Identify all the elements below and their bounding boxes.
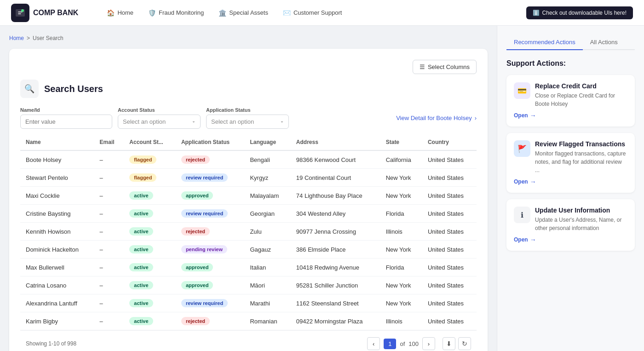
cell-address-8: 1162 Steensland Street xyxy=(291,294,380,312)
account-status-badge-0: flagged xyxy=(129,155,156,164)
nav-support-label: Customer Support xyxy=(293,9,342,16)
logo-text: COMP BANK xyxy=(33,9,78,17)
col-app-status: Application Status xyxy=(176,134,245,150)
filter-account-group: Account Status Select an option xyxy=(118,107,201,129)
filter-app-select[interactable]: Select an option xyxy=(206,115,289,129)
cell-language-6: Italian xyxy=(244,259,290,276)
table-row[interactable]: Alexandrina Lantuff – active review requ… xyxy=(20,294,477,312)
breadcrumb-home[interactable]: Home xyxy=(9,35,24,41)
table-row[interactable]: Maxi Cocklie – active approved Malayalam… xyxy=(20,187,477,205)
pagination-prev-button[interactable]: ‹ xyxy=(367,337,380,350)
top-nav: COMP BANK 🏠 Home 🛡️ Fraud Monitoring 🏛️ … xyxy=(0,0,644,26)
logo: COMP BANK xyxy=(11,4,78,22)
alert-button[interactable]: ℹ️ Check out downloadable UIs here! xyxy=(526,6,633,19)
table-row[interactable]: Dominick Hackelton – active pending revi… xyxy=(20,241,477,259)
cell-country-1: United States xyxy=(422,169,477,187)
breadcrumb-current: User Search xyxy=(33,35,63,41)
app-status-badge-4: rejected xyxy=(181,227,210,236)
open-label-3: Open xyxy=(514,236,528,243)
arrow-right-icon-3: → xyxy=(530,236,536,243)
columns-icon: ☰ xyxy=(420,63,425,70)
download-button[interactable]: ⬇ xyxy=(443,337,455,350)
sidebar-tabs: Recommended Actions All Actions xyxy=(506,35,635,50)
table-row[interactable]: Stewart Pentelo – flagged review require… xyxy=(20,169,477,187)
table-row[interactable]: Max Bullerwell – active approved Italian… xyxy=(20,259,477,276)
cell-state-6: Florida xyxy=(380,259,422,276)
cell-app-status-5: pending review xyxy=(176,241,245,259)
table-header-row: Name Email Account St... Application Sta… xyxy=(20,134,477,150)
action-card-replace-credit-card: 💳 Replace Credit Card Close or Replace C… xyxy=(506,75,635,127)
cell-app-status-6: approved xyxy=(176,259,245,276)
action-card-header-2: 🚩 Review Flagged Transactions Monitor fl… xyxy=(514,140,627,174)
action-open-2-button[interactable]: Open → xyxy=(514,178,627,185)
select-columns-button[interactable]: ☰ Select Columns xyxy=(413,60,477,74)
table-row[interactable]: Cristine Baysting – active review requir… xyxy=(20,205,477,223)
account-status-badge-3: active xyxy=(129,209,153,218)
sidebar-tab-recommended[interactable]: Recommended Actions xyxy=(506,35,583,50)
assets-icon: 🏛️ xyxy=(218,9,226,17)
nav-customer-support[interactable]: ✉️ Customer Support xyxy=(276,6,349,20)
col-country: Country xyxy=(422,134,477,150)
table-row[interactable]: Kennith Howison – active rejected Zulu 9… xyxy=(20,223,477,241)
nav-fraud-label: Fraud Monitoring xyxy=(159,9,204,16)
action-card-review-flagged: 🚩 Review Flagged Transactions Monitor fl… xyxy=(506,133,635,193)
nav-links: 🏠 Home 🛡️ Fraud Monitoring 🏛️ Special As… xyxy=(100,6,348,20)
search-icon-box: 🔍 xyxy=(20,80,39,98)
support-icon: ✉️ xyxy=(283,9,291,17)
top-controls: ☰ Select Columns xyxy=(20,60,477,74)
filter-account-select[interactable]: Select an option xyxy=(118,115,201,129)
table-row[interactable]: Karim Bigby – active rejected Romanian 0… xyxy=(20,312,477,330)
sidebar-tab-all[interactable]: All Actions xyxy=(583,35,625,50)
cell-account-status-4: active xyxy=(124,223,176,241)
svg-point-1 xyxy=(21,9,24,12)
cell-app-status-8: review required xyxy=(176,294,245,312)
pagination-next-button[interactable]: › xyxy=(422,337,435,350)
action-open-1-button[interactable]: Open → xyxy=(514,112,627,119)
table-row[interactable]: Boote Holsey – flagged rejected Bengali … xyxy=(20,150,477,169)
cell-language-2: Malayalam xyxy=(244,187,290,205)
action-card-desc-2: Monitor flagged transactions, capture no… xyxy=(535,150,627,174)
cell-address-4: 90977 Jenna Crossing xyxy=(291,223,380,241)
cell-state-8: New York xyxy=(380,294,422,312)
account-status-badge-7: active xyxy=(129,281,153,289)
search-magnifier-icon: 🔍 xyxy=(24,84,34,94)
action-card-header-1: 💳 Replace Credit Card Close or Replace C… xyxy=(514,82,627,108)
col-account-status: Account St... xyxy=(124,134,176,150)
view-detail-button[interactable]: View Detail for Boote Holsey › xyxy=(396,115,477,121)
credit-card-icon: 💳 xyxy=(514,82,530,99)
cell-account-status-5: active xyxy=(124,241,176,259)
cell-account-status-3: active xyxy=(124,205,176,223)
search-title: Search Users xyxy=(44,84,103,94)
nav-home[interactable]: 🏠 Home xyxy=(100,6,140,20)
app-status-badge-6: approved xyxy=(181,263,213,271)
logo-mark xyxy=(11,4,29,22)
nav-fraud-monitoring[interactable]: 🛡️ Fraud Monitoring xyxy=(142,6,210,20)
breadcrumb-sep: > xyxy=(27,35,30,41)
main-layout: Home > User Search ☰ Select Columns 🔍 Se… xyxy=(0,26,644,351)
cell-email-5: – xyxy=(94,241,124,259)
cell-app-status-2: approved xyxy=(176,187,245,205)
action-card-title-2: Review Flagged Transactions xyxy=(535,140,627,148)
cell-name-4: Kennith Howison xyxy=(20,223,94,241)
cell-country-7: United States xyxy=(422,276,477,294)
nav-assets-label: Special Assets xyxy=(229,9,268,16)
nav-home-label: Home xyxy=(117,9,133,16)
refresh-button[interactable]: ↻ xyxy=(458,337,471,350)
filters-row: Name/Id Account Status Select an option … xyxy=(20,107,477,129)
filter-name-input[interactable] xyxy=(20,115,112,129)
action-card-content-1: Replace Credit Card Close or Replace Cre… xyxy=(535,82,627,108)
info-icon: ℹ xyxy=(514,207,530,223)
cell-address-3: 304 Westend Alley xyxy=(291,205,380,223)
cell-address-5: 386 Elmside Place xyxy=(291,241,380,259)
filter-name-group: Name/Id xyxy=(20,107,112,129)
action-open-3-button[interactable]: Open → xyxy=(514,236,627,243)
table-row[interactable]: Catrina Losano – active approved Māori 9… xyxy=(20,276,477,294)
cell-account-status-0: flagged xyxy=(124,150,176,169)
cell-language-9: Romanian xyxy=(244,312,290,330)
pagination-of-label: of xyxy=(400,340,405,347)
cell-country-9: United States xyxy=(422,312,477,330)
action-card-desc-1: Close or Replace Credit Card for Boote H… xyxy=(535,92,627,108)
open-label-1: Open xyxy=(514,112,528,119)
nav-special-assets[interactable]: 🏛️ Special Assets xyxy=(212,6,275,20)
cell-country-0: United States xyxy=(422,150,477,169)
